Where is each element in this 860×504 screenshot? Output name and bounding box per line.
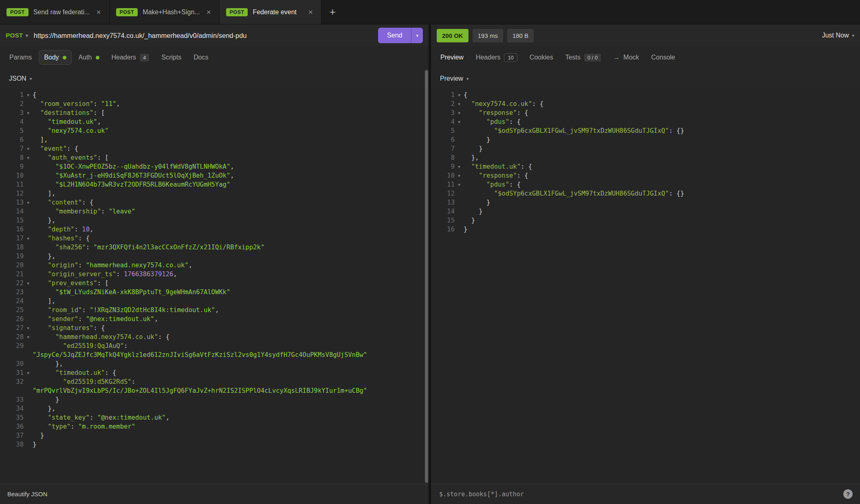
code-line: 28▾ "hammerhead.nexy7574.co.uk": {	[0, 332, 429, 341]
code-text: }	[464, 207, 860, 216]
fold-caret-spacer	[24, 189, 33, 198]
fold-caret-icon[interactable]: ▾	[24, 332, 33, 341]
method-badge: POST	[226, 8, 248, 16]
line-gutter: 9▾	[431, 162, 464, 171]
send-label[interactable]: Send	[378, 28, 411, 43]
fold-caret-icon[interactable]: ▾	[24, 153, 33, 162]
help-icon[interactable]: ?	[843, 489, 853, 499]
fold-caret-spacer	[24, 341, 33, 359]
fold-caret-icon[interactable]: ▾	[24, 108, 33, 117]
open-request-tab[interactable]: POSTMake+Hash+Sign...×	[110, 0, 220, 24]
jsonpath-filter-input[interactable]	[438, 490, 838, 498]
fold-caret-icon[interactable]: ▾	[24, 144, 33, 153]
tab-label: Tests	[565, 54, 581, 61]
code-text: "state_key": "@nex:timedout.uk",	[33, 413, 429, 422]
fold-caret-icon[interactable]: ▾	[455, 117, 464, 126]
request-panel-tab-headers[interactable]: Headers4	[106, 50, 155, 65]
line-gutter: 11▾	[431, 180, 464, 189]
tab-label: Docs	[194, 54, 208, 61]
fold-caret-spacer	[24, 180, 33, 189]
code-line: 30 },	[0, 359, 429, 368]
code-text: "$L2H1N6O4b73wR3vzT2ODFR5RLB6KeaumRcYUGm…	[33, 180, 429, 189]
open-request-tab[interactable]: POSTSend raw federati...×	[0, 0, 110, 24]
request-panel-tab-params[interactable]: Params	[4, 50, 37, 65]
tab-title: Send raw federati...	[33, 9, 90, 16]
code-text: "signatures": {	[33, 324, 429, 332]
fold-caret-icon[interactable]: ▾	[455, 180, 464, 189]
response-panel-tab-cookies[interactable]: Cookies	[524, 50, 559, 65]
code-text: "destinations": [	[33, 108, 429, 117]
fold-caret-icon[interactable]: ▾	[24, 198, 33, 207]
send-button[interactable]: Send ▾	[378, 28, 423, 43]
response-panel-tab-preview[interactable]: Preview	[435, 50, 469, 65]
preview-mode-dropdown[interactable]: Preview ▾	[440, 75, 468, 82]
line-number: 10	[0, 171, 24, 180]
fold-caret-icon[interactable]: ▾	[455, 108, 464, 117]
line-number: 34	[0, 404, 24, 413]
chevron-down-icon: ▾	[852, 33, 854, 38]
enabled-dot	[63, 56, 66, 59]
fold-caret-spacer	[24, 261, 33, 270]
line-gutter: 33	[0, 395, 33, 404]
line-gutter: 1▾	[431, 90, 464, 99]
response-body-viewer[interactable]: 1▾{2▾ "nexy7574.co.uk": {3▾ "response": …	[431, 89, 860, 484]
code-line: 9 "$1OC-XnwPEOZ5bz--qUahdbz-y04lfWdV8gNT…	[0, 162, 429, 171]
line-gutter: 29	[0, 341, 33, 359]
code-line: 27▾ "signatures": {	[0, 324, 429, 332]
line-gutter: 20	[0, 261, 33, 270]
line-number: 4	[0, 117, 24, 126]
line-gutter: 3▾	[431, 108, 464, 117]
response-panel-tab-tests[interactable]: Tests0 / 0	[560, 50, 607, 65]
response-panel-tab-mock[interactable]: →Mock	[608, 50, 644, 65]
fold-caret-icon[interactable]: ▾	[455, 162, 464, 171]
line-number: 31	[0, 368, 24, 377]
close-tab-icon[interactable]: ×	[205, 7, 213, 17]
request-panel-tab-auth[interactable]: Auth	[73, 50, 105, 65]
code-text: }	[464, 225, 860, 234]
code-text: }	[33, 395, 429, 404]
response-panel-tab-headers[interactable]: Headers10	[471, 50, 523, 66]
response-history-dropdown[interactable]: Just Now ▾	[822, 32, 854, 39]
fold-caret-icon[interactable]: ▾	[24, 279, 33, 288]
fold-caret-spacer	[455, 126, 464, 135]
line-gutter: 10	[0, 171, 33, 180]
fold-caret-icon[interactable]: ▾	[24, 368, 33, 377]
request-panel-tab-body[interactable]: Body	[39, 50, 71, 65]
line-gutter: 14	[0, 207, 33, 216]
new-request-tab-button[interactable]: +	[321, 0, 344, 24]
close-tab-icon[interactable]: ×	[95, 7, 102, 17]
request-panel-tab-scripts[interactable]: Scripts	[156, 50, 187, 65]
fold-caret-icon[interactable]: ▾	[455, 171, 464, 180]
line-number: 8	[431, 153, 455, 162]
body-language-dropdown[interactable]: JSON ▾	[9, 75, 32, 82]
send-options-chevron-icon[interactable]: ▾	[411, 28, 423, 43]
count-badge: 0 / 0	[584, 54, 601, 62]
request-panel-tab-docs[interactable]: Docs	[188, 50, 213, 65]
fold-caret-icon[interactable]: ▾	[24, 90, 33, 99]
code-text: },	[33, 404, 429, 413]
code-line: 1▾{	[431, 90, 860, 99]
code-line: 24 ],	[0, 297, 429, 306]
editor-scrollbar[interactable]	[425, 70, 428, 483]
line-gutter: 5	[431, 126, 464, 135]
url-input[interactable]: https://hammerhead.nexy7574.co.uk/_hamme…	[34, 32, 374, 40]
open-request-tab[interactable]: POSTFederate event×	[220, 0, 321, 24]
code-line: 13 }	[431, 198, 860, 207]
code-line: 5 "nexy7574.co.uk"	[0, 126, 429, 135]
body-editor-header: JSON ▾	[0, 68, 429, 89]
method-selector[interactable]: POST ▾	[6, 32, 28, 39]
fold-caret-icon[interactable]: ▾	[455, 99, 464, 108]
code-line: 38}	[0, 440, 429, 449]
line-gutter: 13▾	[0, 198, 33, 207]
code-line: 20 "origin": "hammerhead.nexy7574.co.uk"…	[0, 261, 429, 270]
response-panel-tab-console[interactable]: Console	[646, 50, 681, 65]
fold-caret-icon[interactable]: ▾	[24, 324, 33, 332]
close-tab-icon[interactable]: ×	[307, 7, 315, 17]
fold-caret-icon[interactable]: ▾	[24, 234, 33, 243]
code-line: 21 "origin_server_ts": 1766386379126,	[0, 270, 429, 279]
fold-caret-icon[interactable]: ▾	[455, 90, 464, 99]
beautify-json-button[interactable]: Beautify JSON	[7, 491, 47, 497]
request-body-editor[interactable]: 1▾{2 "room_version": "11",3▾ "destinatio…	[0, 89, 429, 484]
code-line: 10▾ "response": {	[431, 171, 860, 180]
line-number: 1	[431, 90, 455, 99]
